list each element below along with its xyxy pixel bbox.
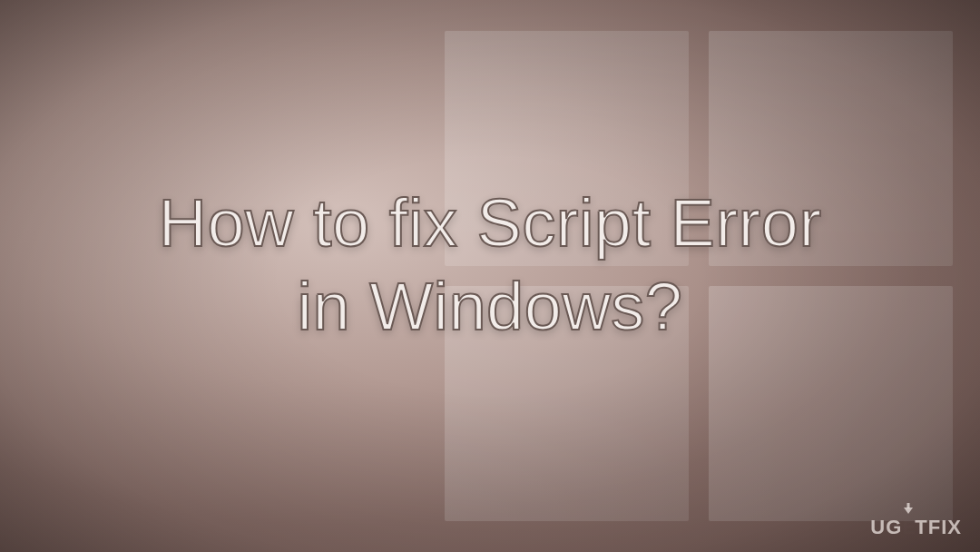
- main-title: How to fix Script Error in Windows?: [59, 181, 921, 349]
- watermark-g: G: [886, 516, 902, 539]
- watermark-get: G E T: [886, 516, 928, 539]
- watermark-download-icon: E: [902, 516, 915, 539]
- ugetfix-watermark: U G E T FIX: [870, 516, 962, 539]
- watermark-u: U: [870, 516, 886, 539]
- title-line-1: How to fix Script Error: [158, 184, 821, 260]
- watermark-t: T: [915, 516, 927, 539]
- watermark-fix: FIX: [928, 516, 962, 539]
- title-line-2: in Windows?: [297, 269, 682, 344]
